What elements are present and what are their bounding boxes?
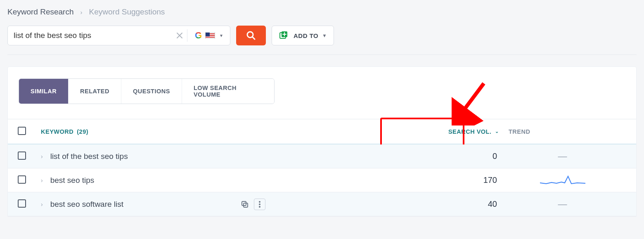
sort-desc-icon: ⌄ [495, 129, 499, 134]
divider [7, 54, 637, 55]
tab-group: SIMILARRELATEDQUESTIONSLOW SEARCH VOLUME [19, 78, 275, 104]
chevron-down-icon: ▾ [323, 33, 326, 38]
more-icon[interactable] [254, 199, 265, 210]
search-volume-value: 170 [416, 175, 499, 185]
tab-related[interactable]: RELATED [69, 79, 121, 104]
breadcrumb-root[interactable]: Keyword Research [7, 7, 74, 17]
us-flag-icon [205, 32, 215, 39]
results-panel: SIMILARRELATEDQUESTIONSLOW SEARCH VOLUME… [7, 66, 637, 217]
svg-point-9 [259, 206, 260, 208]
column-keyword[interactable]: KEYWORD (29) [41, 128, 289, 135]
svg-point-8 [259, 204, 260, 205]
tab-questions[interactable]: QUESTIONS [121, 79, 182, 104]
column-keyword-label: KEYWORD [41, 128, 73, 135]
clear-icon[interactable] [172, 31, 187, 40]
svg-line-1 [252, 37, 255, 39]
keyword-count: (29) [77, 128, 88, 135]
table-row: ›best seo tips170 [8, 168, 636, 192]
breadcrumb: Keyword Research › Keyword Suggestions [0, 0, 644, 19]
column-trend-label: TREND [509, 128, 530, 135]
keyword-text[interactable]: list of the best seo tips [50, 152, 128, 161]
expand-icon[interactable]: › [41, 177, 43, 184]
trend-cell: — [499, 199, 626, 210]
keyword-text[interactable]: best seo software list [50, 200, 123, 209]
row-hover-actions [239, 199, 265, 210]
expand-icon[interactable]: › [41, 153, 43, 160]
add-to-label: ADD TO [294, 32, 318, 39]
tab-similar[interactable]: SIMILAR [19, 79, 69, 104]
table-row: ›best seo software list40— [8, 192, 636, 216]
chevron-right-icon: › [80, 9, 83, 16]
google-icon: G [195, 30, 202, 41]
chevron-down-icon: ▾ [220, 33, 223, 38]
column-search-vol[interactable]: SEARCH VOL. ⌄ [416, 128, 499, 135]
trend-sparkline [540, 175, 585, 186]
search-button[interactable] [236, 26, 266, 45]
table-row: ›list of the best seo tips0— [8, 144, 636, 168]
search-icon [246, 31, 256, 40]
table-header: KEYWORD (29) SEARCH VOL. ⌄ TREND [8, 119, 636, 144]
search-engine-selector[interactable]: G ▾ [187, 30, 230, 41]
search-box: G ▾ [7, 26, 230, 45]
column-trend[interactable]: TREND [499, 128, 626, 135]
trend-cell [499, 175, 626, 186]
svg-point-7 [259, 201, 260, 203]
trend-cell: — [499, 151, 626, 162]
select-all-checkbox[interactable] [18, 127, 26, 135]
column-search-vol-label: SEARCH VOL. [448, 128, 492, 135]
add-to-button[interactable]: ADD TO ▾ [272, 26, 334, 45]
keyword-search-input[interactable] [8, 26, 172, 45]
keyword-text[interactable]: best seo tips [50, 176, 95, 185]
svg-line-4 [459, 83, 484, 116]
copy-icon[interactable] [239, 199, 251, 210]
row-checkbox[interactable] [18, 151, 26, 160]
annotation-arrow [452, 80, 489, 125]
breadcrumb-current: Keyword Suggestions [89, 7, 165, 17]
tab-low-search-volume[interactable]: LOW SEARCH VOLUME [182, 79, 274, 104]
add-to-list-icon [279, 31, 289, 40]
search-volume-value: 0 [416, 151, 499, 161]
expand-icon[interactable]: › [41, 201, 43, 208]
search-volume-value: 40 [416, 199, 499, 209]
row-checkbox[interactable] [18, 199, 26, 208]
toolbar: G ▾ ADD TO ▾ [0, 19, 644, 54]
row-checkbox[interactable] [18, 175, 26, 184]
